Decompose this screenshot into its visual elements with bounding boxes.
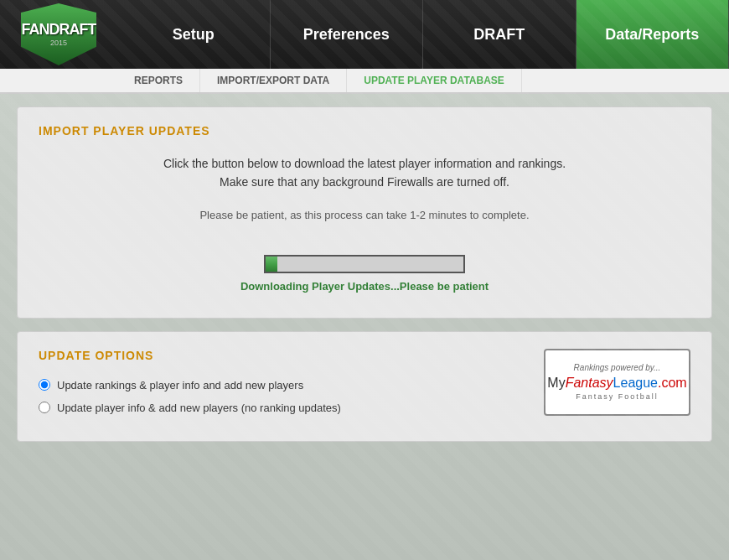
sub-navigation: REPORTS IMPORT/EXPORT DATA UPDATE PLAYER…	[0, 69, 729, 94]
import-panel-title: IMPORT PLAYER UPDATES	[39, 124, 690, 137]
options-left: UPDATE OPTIONS Update rankings & player …	[39, 349, 544, 424]
sub-nav-reports[interactable]: REPORTS	[117, 69, 200, 92]
app-logo: FANDRAFT 2015	[0, 0, 117, 69]
nav-draft[interactable]: DRAFT	[423, 0, 576, 69]
import-desc-line2: Make sure that any background Firewalls …	[220, 175, 509, 189]
logo-text: FANDRAFT	[22, 22, 96, 37]
mfl-logo-text: MyFantasyLeague.com	[547, 376, 686, 391]
mfl-league: League	[613, 376, 658, 390]
mfl-powered-by: Rankings powered by...	[574, 363, 661, 372]
logo-year: 2015	[50, 39, 67, 47]
progress-bar-outer	[264, 255, 465, 273]
patience-text: Please be patient, as this process can t…	[39, 209, 690, 221]
option2-label[interactable]: Update player info & add new players (no…	[39, 402, 544, 414]
main-content: IMPORT PLAYER UPDATES Click the button b…	[0, 94, 729, 560]
nav-setup[interactable]: Setup	[117, 0, 271, 69]
option1-text: Update rankings & player info and add ne…	[57, 379, 303, 391]
option2-radio[interactable]	[39, 402, 50, 413]
nav-preferences[interactable]: Preferences	[271, 0, 424, 69]
mfl-sub-label: Fantasy Football	[576, 392, 659, 401]
progress-label: Downloading Player Updates...Please be p…	[240, 280, 489, 293]
option2-text: Update player info & add new players (no…	[57, 402, 341, 414]
progress-container: Downloading Player Updates...Please be p…	[39, 255, 690, 293]
logo-shield: FANDRAFT 2015	[21, 3, 96, 65]
import-description: Click the button below to download the l…	[39, 154, 690, 192]
sub-nav-import-export[interactable]: IMPORT/EXPORT DATA	[200, 69, 347, 92]
option1-label[interactable]: Update rankings & player info and add ne…	[39, 379, 544, 391]
nav-data-reports[interactable]: Data/Reports	[576, 0, 730, 69]
sub-nav-update-player-db[interactable]: UPDATE PLAYER DATABASE	[347, 69, 522, 92]
top-navigation: FANDRAFT 2015 Setup Preferences DRAFT Da…	[0, 0, 729, 69]
mfl-my: My	[547, 376, 565, 390]
mfl-com: .com	[658, 376, 687, 390]
import-panel: IMPORT PLAYER UPDATES Click the button b…	[17, 106, 712, 319]
update-options-panel: UPDATE OPTIONS Update rankings & player …	[17, 331, 712, 442]
update-options-title: UPDATE OPTIONS	[39, 349, 544, 362]
mfl-fantasy: Fantasy	[566, 376, 613, 390]
progress-bar-inner	[266, 257, 277, 272]
import-desc-line1: Click the button below to download the l…	[163, 157, 566, 170]
main-nav-items: Setup Preferences DRAFT Data/Reports	[117, 0, 729, 69]
mfl-logo-box: Rankings powered by... MyFantasyLeague.c…	[544, 349, 690, 416]
option1-radio[interactable]	[39, 379, 50, 391]
